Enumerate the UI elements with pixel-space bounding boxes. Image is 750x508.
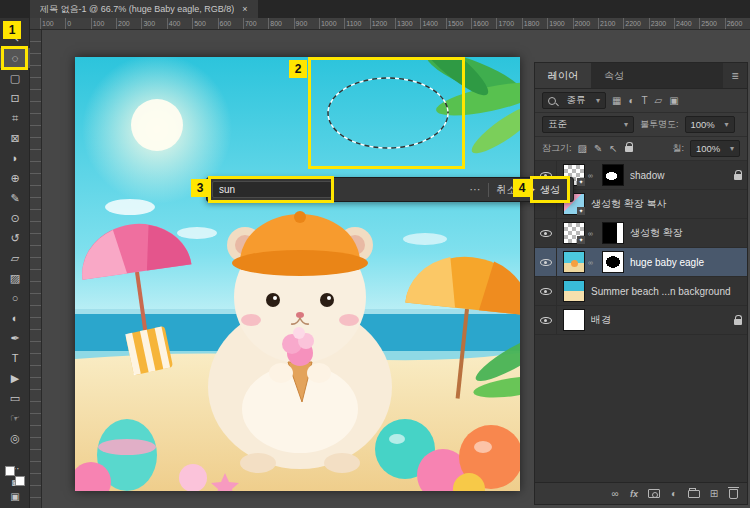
marquee-tool[interactable]: ▢ [0,68,30,88]
ruler-label: 300 [141,18,166,29]
layer-row[interactable]: ∞huge baby eagle [535,248,747,277]
healing-brush-tool[interactable]: ⊕ [0,168,30,188]
ruler-label: 100 [40,18,65,29]
prompt-input[interactable] [212,181,332,198]
panel-tabs: 레이어 속성 ≡ [535,63,747,89]
layer-mask-thumbnail[interactable] [602,222,624,244]
filter-adjustment-icon[interactable]: ◐ [628,94,634,108]
lock-position-icon[interactable]: ↖ [609,142,617,156]
tab-layers[interactable]: 레이어 [535,63,591,88]
opacity-label: 불투명도: [640,118,679,131]
gradient-tool[interactable]: ▨ [0,268,30,288]
visibility-eye-icon[interactable] [535,219,557,247]
lock-label: 잠그기: [542,142,572,155]
clone-stamp-tool[interactable]: ⊙ [0,208,30,228]
filter-type-icon[interactable]: T [642,94,648,108]
frame-tool[interactable]: ⊠ [0,128,30,148]
new-layer-icon[interactable]: ⊞ [709,487,719,501]
horizontal-ruler: 1000100200300400500600700800900100011001… [30,18,750,30]
chevron-down-icon: ▾ [725,120,729,129]
layer-mask-thumbnail[interactable] [602,164,624,186]
crop-tool[interactable]: ⌗ [0,108,30,128]
zoom-tool[interactable]: ◎ [0,428,30,448]
panel-menu-icon[interactable]: ≡ [723,63,747,88]
layers-panel: 레이어 속성 ≡ 종류 ▾ ▦◐T▱▣ 표준 ▾ 불투명도: 100% ▾ 잠그… [534,62,748,505]
layer-thumbnail[interactable] [563,280,585,302]
ruler-label: 2500 [699,18,724,29]
tab-close-icon[interactable]: × [242,4,247,14]
type-tool[interactable]: T [0,348,30,368]
filter-shape-icon[interactable]: ▱ [655,94,663,108]
lock-icon [734,319,742,325]
object-selection-tool[interactable]: ⊡ [0,88,30,108]
fill-select[interactable]: 100% ▾ [690,140,740,157]
eraser-tool[interactable]: ▱ [0,248,30,268]
history-brush-tool[interactable]: ↺ [0,228,30,248]
document-tab-title: 제목 없음-1 @ 66.7% (huge Baby eagle, RGB/8) [40,3,234,16]
background-color-swatch[interactable] [5,466,15,476]
visibility-eye-icon[interactable] [535,248,557,276]
layer-row[interactable]: ✦∞생성형 확장 [535,219,747,248]
chevron-down-icon: ▾ [624,120,628,129]
document-tab[interactable]: 제목 없음-1 @ 66.7% (huge Baby eagle, RGB/8)… [30,0,258,18]
ruler-label: 600 [218,18,243,29]
pen-tool[interactable]: ✒ [0,328,30,348]
generative-badge-icon: ✦ [577,236,585,244]
filter-image-icon[interactable]: ▦ [612,94,621,108]
taskbar-divider [488,183,489,197]
lock-transparency-icon[interactable]: ▨ [578,142,587,156]
screen-mode-icon[interactable]: ▣ [0,490,30,504]
visibility-eye-icon[interactable] [535,277,557,305]
hand-tool[interactable]: ☞ [0,408,30,428]
tab-properties[interactable]: 속성 [591,63,637,88]
layer-filter-dropdown[interactable]: 종류 ▾ [542,92,606,109]
ruler-label: 2300 [649,18,674,29]
lock-all-icon[interactable] [625,142,633,156]
generative-badge-icon: ✦ [577,178,585,186]
annotation-step-3: 3 [191,179,209,197]
foreground-color-swatch[interactable] [15,476,25,486]
layer-row[interactable]: 배경 [535,306,747,335]
annotation-step-2: 2 [289,60,307,78]
shape-tool[interactable]: ▭ [0,388,30,408]
add-mask-icon[interactable] [648,487,660,501]
blend-mode-select[interactable]: 표준 ▾ [542,116,634,133]
layer-thumbnail[interactable] [563,309,585,331]
path-selection-tool[interactable]: ▶ [0,368,30,388]
delete-layer-icon[interactable] [728,487,738,501]
document-canvas[interactable] [75,57,520,491]
layer-name: 생성형 확장 복사 [591,197,742,211]
ruler-label: 400 [167,18,192,29]
layer-filter-label: 종류 [566,94,585,107]
dodge-tool[interactable]: ◐ [0,308,30,328]
mask-link-icon[interactable]: ∞ [585,230,596,237]
filter-smart-object-icon[interactable]: ▣ [669,94,678,108]
layer-thumbnail[interactable]: ✦ [563,222,585,244]
panel-footer: ∞fx◐⊞ [535,482,747,504]
layer-mask-thumbnail[interactable] [602,251,624,273]
mask-link-icon[interactable]: ∞ [585,172,596,179]
brush-tool[interactable]: ✎ [0,188,30,208]
adjustment-layer-icon[interactable]: ◐ [669,487,679,501]
ruler-label: 900 [294,18,319,29]
layer-thumbnail[interactable] [563,251,585,273]
new-group-icon[interactable] [688,487,700,501]
eyedropper-tool[interactable]: ◗ [0,148,30,168]
search-icon [548,97,556,105]
layer-row[interactable]: Summer beach ...n background [535,277,747,306]
fill-value: 100% [696,143,720,154]
blend-mode-row: 표준 ▾ 불투명도: 100% ▾ [535,113,747,137]
visibility-eye-icon[interactable] [535,306,557,334]
more-options-button[interactable]: ⋯ [469,183,481,196]
layer-effects-icon[interactable]: fx [629,487,639,501]
lock-icon [734,174,742,180]
link-layers-icon[interactable]: ∞ [610,487,620,501]
lock-pixels-icon[interactable]: ✎ [594,142,602,156]
lasso-tool[interactable]: ◌ [0,48,30,68]
blur-tool[interactable]: ○ [0,288,30,308]
ruler-label: 2400 [674,18,699,29]
mask-link-icon[interactable]: ∞ [585,259,596,266]
filter-icon-strip: ▦◐T▱▣ [612,94,679,108]
chevron-down-icon: ▾ [596,96,600,105]
opacity-select[interactable]: 100% ▾ [685,116,735,133]
